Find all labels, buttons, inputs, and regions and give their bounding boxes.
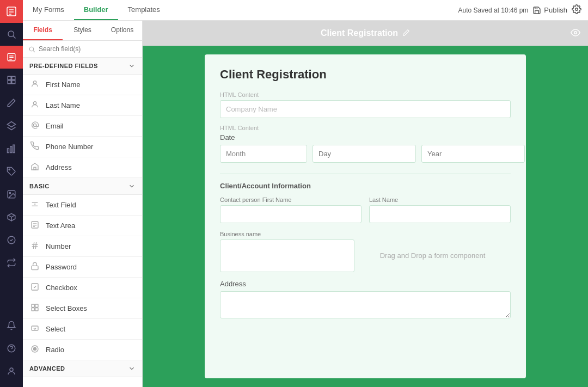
select-boxes-icon	[30, 303, 40, 314]
form-canvas-wrapper: Client Registration HTML Content HTML Co…	[143, 46, 588, 387]
sidebar-icon-circle[interactable]	[0, 229, 23, 251]
search-input[interactable]	[39, 45, 137, 53]
address-input[interactable]	[220, 291, 511, 318]
chevron-down-icon-3	[128, 365, 136, 372]
field-label-address: Address	[46, 163, 72, 171]
search-icon	[28, 46, 35, 53]
form-title-text: Client Registration	[321, 28, 398, 38]
person-icon	[30, 79, 40, 90]
section-header-predefined[interactable]: PRE-DEFINED FIELDS	[23, 58, 142, 75]
section-header-basic[interactable]: BASIC	[23, 178, 142, 195]
field-item-text-area[interactable]: Text Area	[23, 216, 142, 236]
chevron-down-icon-2	[128, 182, 136, 190]
company-name-input[interactable]	[220, 100, 511, 118]
form-main-title: Client Registration	[220, 67, 511, 82]
date-label: Date	[220, 133, 511, 142]
sidebar-icon-grid[interactable]	[0, 69, 23, 91]
field-item-phone-number[interactable]: Phone Number	[23, 137, 142, 157]
nav-tabs: My Forms Builder Templates	[23, 0, 170, 20]
form-title-bar: Client Registration	[143, 21, 588, 46]
edit-title-icon[interactable]	[402, 29, 410, 38]
sidebar-icon-bell[interactable]	[0, 314, 23, 337]
settings-button[interactable]	[572, 4, 581, 16]
field-item-number[interactable]: Number	[23, 236, 142, 257]
hash-icon	[30, 241, 40, 251]
svg-point-30	[33, 102, 36, 105]
tab-my-forms[interactable]: My Forms	[23, 0, 74, 20]
settings-icon	[572, 4, 581, 14]
sidebar-icon-search[interactable]	[0, 23, 23, 46]
field-item-last-name[interactable]: Last Name	[23, 95, 142, 116]
field-label-text-area: Text Area	[46, 222, 75, 230]
business-name-input[interactable]	[220, 239, 354, 272]
field-label-radio: Radio	[46, 346, 64, 354]
field-item-radio[interactable]: Radio	[23, 340, 142, 360]
contact-first-name-label: Contact person First Name	[220, 196, 362, 203]
tab-fields[interactable]: Fields	[23, 21, 63, 40]
sidebar-icon-box[interactable]	[0, 206, 23, 229]
svg-rect-17	[13, 145, 15, 152]
field-item-select-boxes[interactable]: Select Boxes	[23, 298, 142, 319]
sidebar-icon-tag[interactable]	[0, 160, 23, 183]
field-item-address[interactable]: Address	[23, 157, 142, 178]
svg-rect-12	[8, 81, 11, 84]
client-section-title: Client/Account Information	[220, 182, 511, 190]
date-section: Date Month	[220, 133, 511, 163]
field-label-phone-number: Phone Number	[46, 143, 93, 151]
svg-point-52	[33, 347, 36, 350]
svg-rect-15	[8, 149, 9, 153]
sidebar-icon-pencil[interactable]	[0, 91, 23, 114]
svg-rect-13	[12, 81, 15, 84]
contact-last-name-label: Last Name	[369, 196, 511, 203]
tab-builder[interactable]: Builder	[74, 0, 118, 20]
sidebar-icon-chart[interactable]	[0, 137, 23, 160]
svg-point-29	[33, 81, 36, 84]
field-label-checkbox: Checkbox	[46, 284, 77, 292]
month-select[interactable]: Month	[220, 145, 307, 163]
section-label-advanced: ADVANCED	[29, 365, 65, 372]
textarea-icon	[30, 220, 40, 231]
person-icon-2	[30, 100, 40, 110]
sidebar-icon-avatar[interactable]	[0, 360, 23, 383]
search-area	[23, 41, 142, 58]
tab-options[interactable]: Options	[102, 21, 142, 40]
sidebar-icon-forms[interactable]	[0, 46, 23, 69]
sidebar-icon-arrows[interactable]	[0, 251, 23, 274]
field-item-password[interactable]: Password	[23, 257, 142, 278]
sidebar-icon-image[interactable]	[0, 183, 23, 206]
address-section: Address	[220, 280, 511, 320]
svg-point-25	[10, 368, 13, 371]
app-logo[interactable]	[0, 0, 23, 23]
field-item-text-field[interactable]: Text Field	[23, 195, 142, 216]
preview-icon[interactable]	[571, 28, 580, 39]
year-input[interactable]	[421, 145, 525, 163]
field-item-email[interactable]: Email	[23, 116, 142, 137]
field-item-select[interactable]: Select	[23, 319, 142, 340]
tab-templates[interactable]: Templates	[118, 0, 170, 20]
svg-point-27	[29, 47, 34, 51]
html-content-label-1: HTML Content	[220, 91, 511, 98]
field-item-checkbox[interactable]: Checkbox	[23, 278, 142, 298]
day-input[interactable]	[313, 145, 416, 163]
publish-label: Publish	[544, 6, 567, 14]
business-name-label: Business name	[220, 231, 354, 237]
sidebar-icon-layers[interactable]	[0, 114, 23, 137]
business-name-group: Business name	[220, 231, 354, 272]
svg-rect-32	[34, 167, 36, 170]
svg-line-43	[35, 242, 36, 249]
field-label-text-field: Text Field	[46, 201, 76, 209]
field-item-first-name[interactable]: First Name	[23, 75, 142, 95]
contact-last-name-input[interactable]	[369, 205, 511, 223]
fields-sidebar: Fields Styles Options PRE-DEFINED FIELDS…	[23, 21, 143, 387]
at-icon	[30, 121, 40, 131]
sidebar-icon-question[interactable]	[0, 337, 23, 360]
svg-point-53	[574, 31, 577, 34]
sidebar-tab-bar: Fields Styles Options	[23, 21, 142, 41]
tab-styles[interactable]: Styles	[63, 21, 102, 40]
svg-line-28	[33, 50, 35, 52]
publish-button[interactable]: Publish	[532, 6, 567, 15]
section-header-advanced[interactable]: ADVANCED	[23, 360, 142, 377]
icon-sidebar	[0, 0, 23, 387]
contact-first-name-input[interactable]	[220, 205, 362, 223]
field-label-last-name: Last Name	[46, 101, 80, 109]
